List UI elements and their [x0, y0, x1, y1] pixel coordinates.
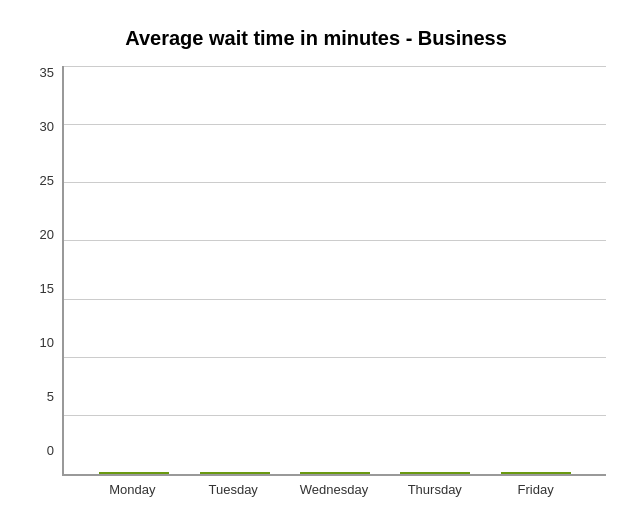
bar-value-label: 26 — [327, 457, 343, 473]
bar: 17 — [99, 472, 169, 474]
y-axis: 35302520151050 — [26, 66, 62, 497]
bars-row: 1730262432 — [64, 66, 606, 474]
bar: 32 — [501, 472, 571, 474]
bar: 24 — [400, 472, 470, 474]
bar-group: 24 — [390, 472, 480, 474]
bar-value-label: 30 — [227, 457, 243, 473]
y-axis-label: 25 — [40, 174, 54, 187]
bar-group: 17 — [89, 472, 179, 474]
x-labels: MondayTuesdayWednesdayThursdayFriday — [62, 476, 606, 497]
y-axis-label: 5 — [47, 390, 54, 403]
bar-wrapper: 32 — [501, 472, 571, 474]
bar-value-label: 17 — [126, 457, 142, 473]
bar: 30 — [200, 472, 270, 474]
grid-and-bars: 1730262432 — [62, 66, 606, 476]
chart-title: Average wait time in minutes - Business — [26, 27, 606, 50]
bar-wrapper: 17 — [99, 472, 169, 474]
y-axis-label: 30 — [40, 120, 54, 133]
chart-container: Average wait time in minutes - Business … — [6, 7, 626, 507]
y-axis-label: 10 — [40, 336, 54, 349]
x-axis-label: Tuesday — [188, 482, 278, 497]
x-axis-label: Monday — [87, 482, 177, 497]
x-axis-label: Friday — [491, 482, 581, 497]
bar-group: 30 — [190, 472, 280, 474]
bar-group: 32 — [491, 472, 581, 474]
y-axis-label: 20 — [40, 228, 54, 241]
bar-wrapper: 24 — [400, 472, 470, 474]
bar-wrapper: 30 — [200, 472, 270, 474]
bar-value-label: 24 — [428, 457, 444, 473]
plot-area: 1730262432 MondayTuesdayWednesdayThursda… — [62, 66, 606, 497]
x-axis-label: Thursday — [390, 482, 480, 497]
x-axis-label: Wednesday — [289, 482, 379, 497]
y-axis-label: 15 — [40, 282, 54, 295]
bar-value-label: 32 — [528, 457, 544, 473]
bar: 26 — [300, 472, 370, 474]
y-axis-label: 35 — [40, 66, 54, 79]
chart-area: 35302520151050 1730262432 MondayTuesdayW… — [26, 66, 606, 497]
bar-group: 26 — [290, 472, 380, 474]
y-axis-label: 0 — [47, 444, 54, 457]
bar-wrapper: 26 — [300, 472, 370, 474]
